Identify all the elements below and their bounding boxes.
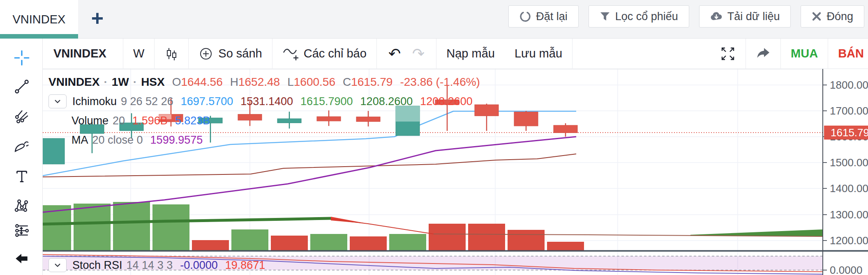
load-template-button[interactable]: Nạp mẫu	[436, 39, 505, 69]
filter-icon	[600, 11, 610, 22]
legend-interval[interactable]: 1W	[112, 76, 129, 89]
download-data-button[interactable]: Tải dữ liệu	[699, 5, 791, 28]
trading-app-window: VNINDEX + Đặt lại Lọc cổ phiếu	[0, 0, 868, 275]
indicator-name[interactable]: Stoch RSI	[72, 259, 122, 272]
volume-ma-value: 5.823B	[175, 115, 210, 127]
indicators-button[interactable]: Các chỉ báo	[272, 39, 376, 69]
compare-button[interactable]: So sánh	[189, 39, 272, 69]
share-icon	[756, 47, 771, 60]
add-tab-button[interactable]: +	[85, 0, 110, 36]
axis-tick: 1300.00	[823, 209, 868, 221]
close-value: 1615.79	[351, 76, 392, 89]
reset-button[interactable]: Đặt lại	[508, 5, 579, 28]
chart-toolbar: VNINDEX W So sánh	[43, 39, 868, 69]
undo-button[interactable]: ↶	[377, 45, 406, 62]
candlestick-chart-icon	[164, 47, 178, 61]
legend-volume-row: Volume 20 1.596B 5.823B	[48, 114, 210, 128]
pitchfork-tool-icon[interactable]	[14, 108, 30, 124]
tab-active-underline	[0, 34, 78, 39]
reset-icon	[519, 11, 531, 22]
change-value: -23.86 (-1.46%)	[400, 76, 480, 89]
stoch-collapse-button[interactable]	[48, 258, 67, 272]
stoch-d-value: 19.8671	[225, 259, 265, 272]
indicators-icon	[282, 46, 299, 62]
close-panel-button[interactable]: Đóng	[801, 5, 864, 28]
sell-button[interactable]: BÁN	[828, 39, 868, 69]
close-icon	[812, 11, 822, 21]
tab-label: VNINDEX	[13, 13, 66, 26]
tab-vnindex[interactable]: VNINDEX	[0, 0, 78, 39]
buy-button[interactable]: MUA	[781, 39, 828, 69]
ichimoku-collapse-button[interactable]	[48, 94, 67, 108]
fullscreen-icon	[720, 46, 736, 62]
axis-tick: 1400.00	[823, 182, 868, 195]
symbol-search-button[interactable]: VNINDEX	[43, 39, 123, 69]
chevron-down-icon	[54, 99, 61, 103]
long-position-tool-icon[interactable]	[14, 222, 30, 238]
interval-button[interactable]: W	[123, 39, 154, 69]
stoch-k-value: -0.0000	[180, 259, 218, 272]
senkou-a-value: 1208.2600	[360, 95, 413, 108]
indicator-name[interactable]: Volume	[72, 115, 108, 127]
open-value: 1644.56	[181, 76, 222, 89]
text-tool-icon[interactable]	[14, 169, 30, 184]
axis-tick: 1500.00	[823, 156, 868, 169]
chikou-value: 1615.7900	[300, 95, 353, 108]
cloud-download-icon	[710, 11, 723, 22]
compare-add-icon	[199, 46, 213, 61]
tenkan-value: 1697.5700	[181, 95, 233, 108]
axis-tick: 1700.00	[823, 105, 868, 117]
fullscreen-button[interactable]	[710, 39, 746, 69]
save-template-button[interactable]: Lưu mẫu	[505, 39, 572, 69]
legend-ichimoku-row: Ichimoku 9 26 52 26 1697.5700 1531.1400 …	[48, 94, 473, 108]
high-value: 1652.48	[238, 76, 280, 89]
ma-value: 1599.9575	[150, 134, 203, 147]
chart-canvas[interactable]: VNINDEX · 1W · HSX O 1644.56 H 1652.48 L…	[43, 69, 868, 275]
legend-ma-row: MA 20 close 0 1599.9575	[48, 133, 203, 147]
trend-line-tool-icon[interactable]	[14, 79, 30, 94]
legend-exchange: HSX	[141, 76, 165, 89]
chevron-down-icon	[54, 263, 61, 267]
axis-tick: 1800.00	[823, 79, 868, 91]
drawing-tools-sidebar	[0, 39, 43, 275]
axis-tick: 1200.00	[823, 234, 868, 247]
xabcd-pattern-tool-icon[interactable]	[14, 198, 30, 213]
redo-button[interactable]: ↷	[406, 45, 436, 62]
price-axis[interactable]: 1800.00 1700.00 1600.00 1500.00 1400.00 …	[822, 69, 868, 275]
volume-value: 1.596B	[132, 115, 168, 127]
chart-type-button[interactable]	[155, 39, 188, 69]
brush-tool-icon[interactable]	[14, 139, 30, 154]
share-button[interactable]	[746, 39, 780, 69]
legend-ohlc-row: VNINDEX · 1W · HSX O 1644.56 H 1652.48 L…	[48, 75, 480, 89]
filter-stocks-button[interactable]: Lọc cổ phiếu	[589, 5, 689, 28]
low-value: 1600.56	[294, 76, 335, 89]
last-price-badge: 1615.79	[824, 126, 868, 140]
legend-stoch-row: Stoch RSI 14 14 3 3 -0.0000 19.8671	[48, 258, 265, 272]
kijun-value: 1531.1400	[240, 95, 293, 108]
tab-bar: VNINDEX + Đặt lại Lọc cổ phiếu	[0, 0, 868, 39]
crosshair-tool-icon[interactable]	[14, 50, 30, 66]
stoch-axis-zero: 0.0000	[823, 264, 863, 275]
tabbar-actions: Đặt lại Lọc cổ phiếu Tải dữ liệu Đón	[508, 5, 864, 28]
legend-symbol[interactable]: VNINDEX	[48, 76, 99, 89]
senkou-b-value: 1208.2600	[420, 95, 473, 108]
back-arrow-icon[interactable]	[14, 251, 30, 266]
indicator-name[interactable]: Ichimoku	[72, 95, 117, 108]
indicator-name[interactable]: MA	[72, 134, 88, 147]
